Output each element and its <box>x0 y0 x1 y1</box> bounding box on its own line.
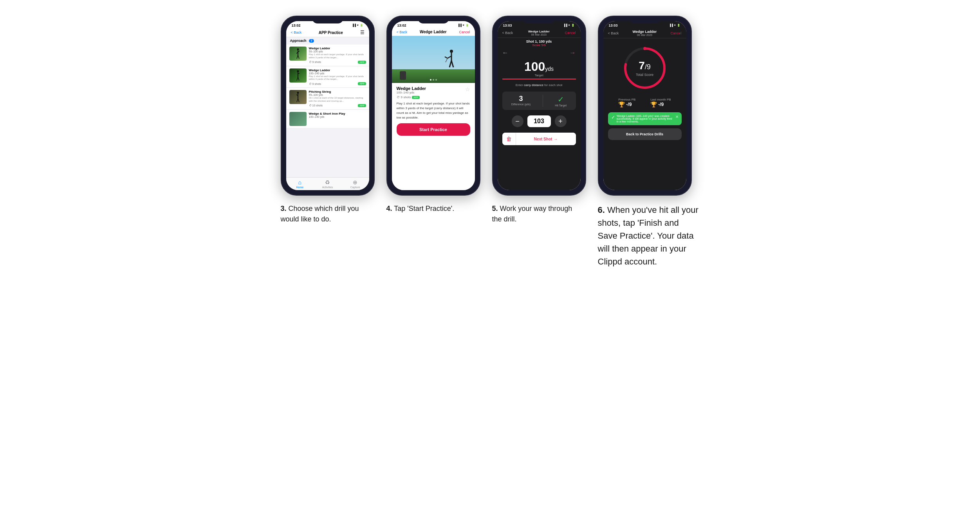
pb-last-month-value: 🏆 -/9 <box>650 101 671 108</box>
status-time-3: 13:02 <box>292 23 301 27</box>
section-badge-3: 7 <box>309 39 314 43</box>
drill-thumb-bg-3 <box>289 112 307 126</box>
score-center: 7/9 Total Score <box>636 59 653 77</box>
distance-input[interactable]: 103 <box>527 115 551 127</box>
score-screen: < Back Wedge Ladder 06 Mar 2023 Cancel <box>603 28 686 190</box>
drill-desc-2: Hit 1 shot at each of the 10 target dist… <box>309 97 366 103</box>
svg-line-4 <box>297 55 298 59</box>
start-practice-button[interactable]: Start Practice <box>397 123 470 136</box>
target-desc: Target <box>498 74 581 77</box>
drill-detail-content: Wedge Ladder 100–140 yds ☆ ⏱ 9 shots APP… <box>392 83 475 190</box>
toast-message: 'Wedge Ladder (100–140 yds)' was created… <box>617 115 674 123</box>
phone-3-frame: 13:02 ▐▐ ᯤ 🔋 < Back APP Practice ☰ Appro… <box>281 16 375 196</box>
back-button-3[interactable]: < Back <box>291 31 302 34</box>
caption-4: 4. Tap 'Start Practice'. <box>386 203 455 214</box>
drill-name-2: Pitching String <box>309 90 366 94</box>
bottom-nav-activities[interactable]: ♻ Activities <box>314 179 341 189</box>
drill-desc-0: Play 1 shot at each target yardage. If y… <box>309 53 366 59</box>
svg-line-5 <box>298 55 299 59</box>
action-bar: 🗑 Next Shot → <box>502 133 576 145</box>
activities-label: Activities <box>322 186 333 189</box>
phone-4-screen: 13:02 ▐▐ ᯤ 🔋 < Back Wedge Ladder Cancel <box>392 21 475 190</box>
shot-arrows: ← → <box>498 48 581 58</box>
trophy-icon-1: 🏆 <box>618 101 625 108</box>
increment-button[interactable]: + <box>555 115 567 127</box>
caption-5: 5. Work your way through the drill. <box>492 203 578 225</box>
status-icons-6: ▐▐ ᯤ 🔋 <box>669 24 681 27</box>
delete-button[interactable]: 🗑 <box>502 133 516 145</box>
caption-4-text: Tap 'Start Practice'. <box>394 205 454 212</box>
toast-close-button[interactable]: ✕ <box>675 115 679 119</box>
drill-item-3[interactable]: Wedge & Short Iron Play 100–140 yds <box>286 110 369 128</box>
pb-previous-value: 🏆 -/9 <box>618 101 635 108</box>
nav-title-3: APP Practice <box>319 31 343 35</box>
svg-point-11 <box>297 92 299 94</box>
drill-detail-header: Wedge Ladder 100–140 yds ☆ <box>397 86 470 94</box>
dot-1 <box>430 79 431 81</box>
drill-thumb-0 <box>289 47 307 61</box>
capture-icon: ⊕ <box>353 179 357 185</box>
drill-item-1[interactable]: Wedge Ladder 100–140 yds Play 1 shot at … <box>286 67 369 88</box>
decrement-button[interactable]: − <box>512 115 523 127</box>
bookmark-icon[interactable]: ☆ <box>465 86 470 92</box>
next-shot-arrow-icon: → <box>554 137 558 141</box>
back-button-4[interactable]: < Back <box>397 30 408 34</box>
score-divider <box>502 79 576 79</box>
phone-6-screen: 13:03 ▐▐ ᯤ 🔋 < Back Wedge Ladder 06 Mar … <box>603 21 686 190</box>
drill-range-1: 100–140 yds <box>309 72 366 75</box>
drill-info-2: Pitching String 55–100 yds Hit 1 shot at… <box>309 90 366 107</box>
drill-detail-name: Wedge Ladder <box>397 86 426 91</box>
score-denom: /9 <box>645 63 651 71</box>
phone-6-frame: 13:03 ▐▐ ᯤ 🔋 < Back Wedge Ladder 06 Mar … <box>598 16 692 196</box>
caption-6: 6. When you've hit all your shots, tap '… <box>598 203 700 268</box>
capture-label: Capture <box>350 186 360 189</box>
result-divider <box>543 95 543 107</box>
back-button-5[interactable]: < Back <box>502 31 513 35</box>
menu-icon-3[interactable]: ☰ <box>360 30 365 35</box>
score-circle-area: 7/9 Total Score <box>603 38 686 95</box>
drill-detail-range: 100–140 yds <box>397 91 426 94</box>
score-nav-title: Wedge Ladder <box>632 30 657 34</box>
bottom-nav-capture[interactable]: ⊕ Capture <box>341 179 369 189</box>
golfer-icon-0 <box>296 48 300 59</box>
diff-value: 3 <box>511 95 531 103</box>
drill-range-0: 50–100 yds <box>309 50 366 53</box>
drill-footer-0: ⏱ 9 shots APP <box>309 61 366 64</box>
shots-count: 9 shots <box>401 95 411 99</box>
phone-4-column: 13:02 ▐▐ ᯤ 🔋 < Back Wedge Ladder Cancel <box>386 16 480 214</box>
drill-footer-1: ⏱ 9 shots APP <box>309 82 366 85</box>
prev-arrow[interactable]: ← <box>502 49 509 56</box>
svg-line-10 <box>298 77 299 81</box>
drill-thumb-bg-2 <box>289 90 307 104</box>
sky-bg <box>392 36 475 69</box>
next-shot-button[interactable]: Next Shot → <box>516 133 576 145</box>
phone-4-frame: 13:02 ▐▐ ᯤ 🔋 < Back Wedge Ladder Cancel <box>386 16 480 196</box>
next-shot-label: Next Shot <box>534 137 552 141</box>
phone-5-column: 13:03 ▐▐ ᯤ 🔋 < Back Wedge Ladder 06 Mar … <box>492 16 586 225</box>
caption-3: 3. Choose which drill you would like to … <box>281 203 367 225</box>
back-to-drills-button[interactable]: Back to Practice Drills <box>608 128 682 140</box>
cancel-button-5[interactable]: Cancel <box>565 31 576 35</box>
shot-label-area: Shot 1, 100 yds Score 5/9 <box>498 38 581 48</box>
hit-target-icon: ✓ <box>555 95 567 104</box>
score-nav-subtitle: 06 Mar 2023 <box>632 34 657 36</box>
drill-image-area <box>392 36 475 83</box>
drill-name-0: Wedge Ladder <box>309 47 366 50</box>
pb-row: Previous PB 🏆 -/9 Last month PB 🏆 -/9 <box>603 95 686 111</box>
drill-item-2[interactable]: Pitching String 55–100 yds Hit 1 shot at… <box>286 88 369 110</box>
drill-footer-2: ⏱ 10 shots APP <box>309 104 366 107</box>
dot-3 <box>435 79 437 81</box>
drill-item-0[interactable]: Wedge Ladder 50–100 yds Play 1 shot at e… <box>286 45 369 66</box>
bottom-nav-home[interactable]: ⌂ Home <box>286 179 314 189</box>
caption-6-number: 6. <box>598 205 605 215</box>
back-button-6[interactable]: < Back <box>608 31 619 35</box>
cancel-button-6[interactable]: Cancel <box>670 31 681 35</box>
cancel-button-4[interactable]: Cancel <box>459 30 470 34</box>
bottom-nav-3: ⌂ Home ♻ Activities ⊕ Capture <box>286 177 369 190</box>
shot-label: Shot 1, 100 yds <box>502 40 576 43</box>
caption-5-number: 5. <box>492 205 498 212</box>
phone-6-column: 13:03 ▐▐ ᯤ 🔋 < Back Wedge Ladder 06 Mar … <box>598 16 700 268</box>
next-arrow[interactable]: → <box>570 49 576 56</box>
section-label-3: Approach <box>290 39 307 43</box>
success-toast: ✓ 'Wedge Ladder (100–140 yds)' was creat… <box>608 112 682 125</box>
